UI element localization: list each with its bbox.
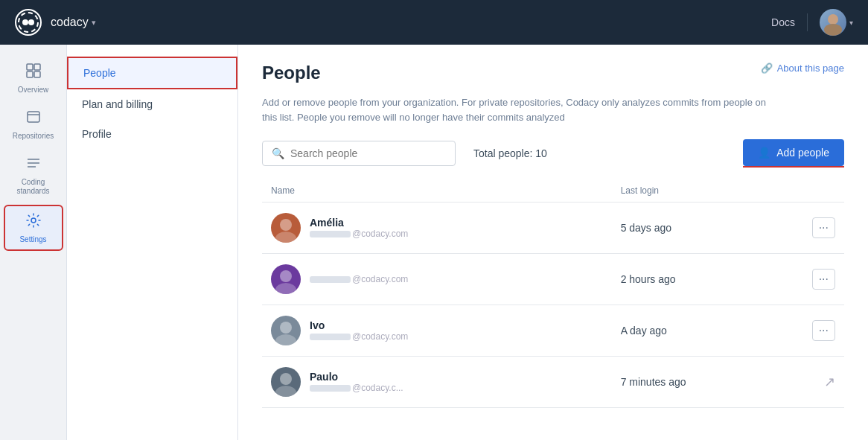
page-header: People 🔗 About this page bbox=[262, 63, 844, 83]
table-row: Ivo @codacy.com A day ago ··· bbox=[262, 305, 844, 357]
action-cell[interactable]: ··· bbox=[800, 305, 844, 357]
nav-left: codacy ▾ bbox=[15, 9, 96, 36]
nav-item-plan-billing[interactable]: Plan and billing bbox=[67, 89, 237, 119]
settings-icon bbox=[25, 212, 42, 232]
total-count: Total people: 10 bbox=[473, 147, 547, 159]
svg-point-15 bbox=[280, 322, 292, 334]
sidebar-item-settings[interactable]: Settings bbox=[4, 205, 63, 251]
svg-rect-3 bbox=[34, 64, 40, 70]
user-avatar bbox=[820, 9, 846, 36]
sidebar-item-repositories[interactable]: Repositories bbox=[4, 103, 63, 146]
nav-item-people[interactable]: People bbox=[67, 57, 237, 89]
col-name: Name bbox=[262, 179, 612, 203]
svg-point-13 bbox=[280, 270, 292, 282]
person-name-cell: Paulo @codacy.c... bbox=[262, 357, 612, 408]
about-page-link[interactable]: 🔗 About this page bbox=[761, 63, 844, 74]
action-cell[interactable]: ↗ bbox=[800, 357, 844, 408]
nav-item-profile[interactable]: Profile bbox=[67, 119, 237, 149]
about-page-icon: 🔗 bbox=[761, 63, 773, 74]
user-menu[interactable]: ▾ bbox=[820, 9, 853, 36]
svg-point-10 bbox=[31, 218, 36, 223]
svg-point-17 bbox=[280, 373, 292, 385]
table-row: @codacy.com 2 hours ago ··· bbox=[262, 254, 844, 305]
last-login-value: 2 hours ago bbox=[621, 273, 676, 285]
svg-point-1 bbox=[824, 24, 842, 36]
coding-standards-icon bbox=[25, 155, 42, 175]
add-people-label: Add people bbox=[776, 147, 829, 159]
secondary-sidebar: People Plan and billing Profile bbox=[67, 45, 238, 440]
row-action-button[interactable]: ··· bbox=[812, 269, 835, 290]
coding-standards-label: Coding standards bbox=[7, 178, 60, 196]
svg-point-0 bbox=[828, 14, 838, 25]
profile-nav-label: Profile bbox=[82, 128, 112, 140]
person-avatar bbox=[271, 316, 301, 345]
person-avatar bbox=[271, 367, 301, 397]
action-cell[interactable]: ··· bbox=[800, 203, 844, 254]
person-cell: Paulo @codacy.c... bbox=[271, 367, 603, 397]
repositories-icon bbox=[25, 109, 42, 129]
page-title: People bbox=[262, 63, 321, 83]
repositories-label: Repositories bbox=[13, 132, 54, 140]
last-login-cell: 5 days ago bbox=[612, 203, 800, 254]
person-avatar bbox=[271, 213, 301, 243]
last-login-value: A day ago bbox=[621, 325, 667, 337]
logo[interactable] bbox=[15, 9, 42, 36]
row-action-button[interactable]: ··· bbox=[812, 320, 835, 341]
person-info: @codacy.com bbox=[310, 274, 408, 284]
toolbar: 🔍 Total people: 10 👤 Add people bbox=[262, 139, 844, 168]
row-action-button[interactable]: ··· bbox=[812, 217, 835, 238]
svg-rect-4 bbox=[27, 71, 33, 77]
last-login-value: 7 minutes ago bbox=[621, 376, 686, 388]
brand-label: codacy bbox=[51, 16, 89, 29]
people-table: Name Last login Amélia @codacy.com 5 bbox=[262, 179, 844, 408]
action-cell[interactable]: ··· bbox=[800, 254, 844, 305]
svg-rect-6 bbox=[28, 112, 39, 122]
svg-point-18 bbox=[275, 386, 296, 397]
main-content: People 🔗 About this page Add or remove p… bbox=[238, 45, 868, 440]
export-icon[interactable]: ↗ bbox=[824, 374, 835, 389]
svg-rect-5 bbox=[34, 71, 40, 77]
about-page-label: About this page bbox=[777, 63, 844, 74]
brand-chevron: ▾ bbox=[92, 18, 96, 28]
overview-label: Overview bbox=[18, 86, 49, 94]
table-row: Amélia @codacy.com 5 days ago ··· bbox=[262, 203, 844, 254]
person-info: Paulo @codacy.c... bbox=[310, 371, 403, 393]
add-people-wrapper: 👤 Add people bbox=[743, 139, 844, 168]
nav-divider bbox=[807, 13, 808, 31]
sidebar-item-overview[interactable]: Overview bbox=[4, 57, 63, 100]
last-login-cell: 2 hours ago bbox=[612, 254, 800, 305]
nav-right: Docs ▾ bbox=[771, 9, 853, 36]
person-info: Ivo @codacy.com bbox=[310, 319, 408, 342]
last-login-cell: A day ago bbox=[612, 305, 800, 357]
search-box[interactable]: 🔍 bbox=[262, 141, 456, 166]
add-people-button[interactable]: 👤 Add people bbox=[743, 139, 844, 166]
person-cell: Ivo @codacy.com bbox=[271, 316, 603, 345]
page-description: Add or remove people from your organizat… bbox=[262, 95, 768, 124]
svg-point-16 bbox=[275, 334, 296, 345]
brand-name[interactable]: codacy ▾ bbox=[51, 16, 96, 29]
sidebar-item-coding-standards[interactable]: Coding standards bbox=[4, 149, 63, 202]
col-actions bbox=[800, 179, 844, 203]
svg-point-11 bbox=[280, 219, 292, 231]
svg-point-12 bbox=[275, 232, 296, 243]
plan-billing-nav-label: Plan and billing bbox=[82, 98, 153, 110]
person-name-cell: @codacy.com bbox=[262, 254, 612, 305]
main-layout: Overview Repositories Coding standards S… bbox=[0, 45, 868, 440]
top-navigation: codacy ▾ Docs ▾ bbox=[0, 0, 868, 45]
search-icon: 🔍 bbox=[272, 147, 284, 159]
docs-link[interactable]: Docs bbox=[771, 16, 795, 28]
person-cell: @codacy.com bbox=[271, 264, 603, 294]
col-last-login: Last login bbox=[612, 179, 800, 203]
search-input[interactable] bbox=[290, 147, 446, 159]
svg-point-14 bbox=[275, 283, 296, 294]
people-nav-label: People bbox=[83, 67, 116, 79]
overview-icon bbox=[25, 63, 42, 83]
person-name-cell: Amélia @codacy.com bbox=[262, 203, 612, 254]
last-login-cell: 7 minutes ago bbox=[612, 357, 800, 408]
svg-rect-2 bbox=[27, 64, 33, 70]
person-name-cell: Ivo @codacy.com bbox=[262, 305, 612, 357]
person-info: Amélia @codacy.com bbox=[310, 217, 408, 239]
table-row: Paulo @codacy.c... 7 minutes ago ↗ bbox=[262, 357, 844, 408]
person-avatar bbox=[271, 264, 301, 294]
settings-label: Settings bbox=[19, 235, 46, 243]
